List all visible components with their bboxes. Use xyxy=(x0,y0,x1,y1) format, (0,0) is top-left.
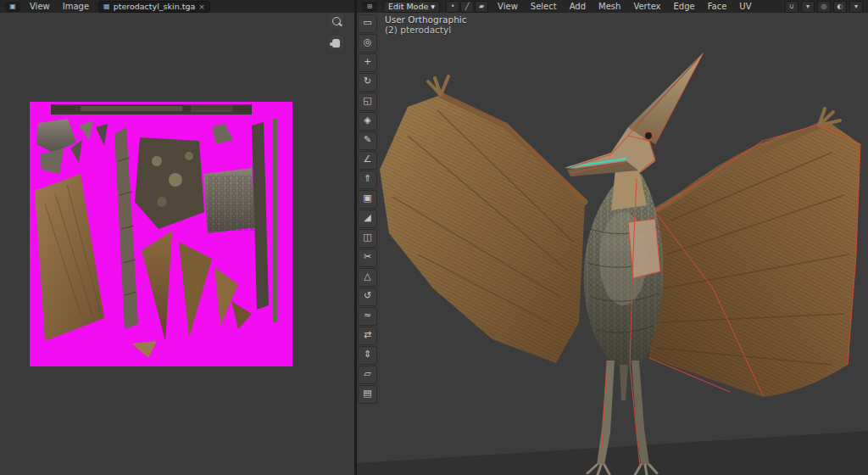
image-name: pterodactyl_skin.tga xyxy=(114,2,196,11)
menu-select[interactable]: Select xyxy=(527,1,560,12)
unlink-image-icon[interactable]: × xyxy=(198,3,205,11)
right-wing-claw xyxy=(819,109,840,126)
view-orientation-label: User Orthographic xyxy=(385,14,466,25)
tool-shear-button[interactable]: ▱ xyxy=(358,366,377,384)
menu-face[interactable]: Face xyxy=(704,1,731,12)
left-wing-claw xyxy=(428,76,448,95)
viewport-toolbar: ▭ ◎ + ↻ ◱ ◈ ✎ ∠ ⇑ ▣ ◢ ◫ ✂ △ ↺ ≈ ⇄ ⇕ ▱ ▤ xyxy=(358,14,378,404)
left-wing xyxy=(380,76,585,363)
tool-knife-button[interactable]: ✂ xyxy=(358,249,377,267)
active-object-label: (2) pterodactyl xyxy=(385,25,466,35)
eye xyxy=(645,132,652,139)
tool-smooth-button[interactable]: ≈ xyxy=(358,307,377,326)
tool-extrude-button[interactable]: ⇑ xyxy=(358,170,377,189)
neck xyxy=(611,166,647,210)
menu-vertex[interactable]: Vertex xyxy=(630,1,664,12)
tail xyxy=(620,365,628,400)
uv-image-editor[interactable]: ▣ View Image ▦ pterodactyl_skin.tga × xyxy=(0,0,354,475)
pan-hand-icon[interactable] xyxy=(329,36,343,50)
image-editor-icon[interactable]: ▣ xyxy=(5,2,20,12)
head-crest xyxy=(628,53,704,144)
tool-move-button[interactable]: + xyxy=(358,53,377,72)
mode-caret-icon: ▾ xyxy=(431,2,435,11)
uv-image-menu[interactable]: Image xyxy=(59,1,92,12)
viewport-editor-icon[interactable]: ⊞ xyxy=(362,2,377,12)
snap-magnet-icon[interactable]: ∪ xyxy=(785,1,798,13)
tool-cursor-button[interactable]: ◎ xyxy=(358,34,377,53)
tool-inset-faces-button[interactable]: ▣ xyxy=(358,190,377,209)
tool-rip-region-button[interactable]: ▤ xyxy=(358,385,377,404)
tool-scale-button[interactable]: ◱ xyxy=(358,92,377,111)
atlas-top-strip xyxy=(51,104,252,115)
viewport-3d[interactable]: ⊞ Edit Mode ▾ • ╱ ▰ View Select Add Mesh… xyxy=(357,0,868,475)
overlays-icon[interactable]: ◐ xyxy=(833,1,847,13)
tool-transform-button[interactable]: ◈ xyxy=(358,112,377,131)
tool-loop-cut-button[interactable]: ◫ xyxy=(358,229,377,248)
tool-poly-build-button[interactable]: △ xyxy=(358,268,377,287)
uv-nav-gizmos xyxy=(329,14,346,50)
tool-edge-slide-button[interactable]: ⇄ xyxy=(358,327,377,345)
right-wing xyxy=(649,109,860,397)
texture-atlas-svg xyxy=(30,102,292,366)
image-datablock-icon: ▦ xyxy=(103,3,110,10)
tool-measure-button[interactable]: ∠ xyxy=(358,151,377,170)
tool-select-box-button[interactable]: ▭ xyxy=(358,14,377,33)
zoom-icon[interactable] xyxy=(329,14,343,28)
mode-label: Edit Mode xyxy=(388,2,428,11)
tool-annotate-button[interactable]: ✎ xyxy=(358,131,377,150)
shading-dropdown-icon[interactable]: ▾ xyxy=(849,1,863,13)
texture-atlas-image[interactable] xyxy=(30,102,292,366)
viewport-floor xyxy=(357,431,868,475)
face-select-button[interactable]: ▰ xyxy=(475,1,488,13)
snap-dropdown-icon[interactable]: ▾ xyxy=(801,1,815,13)
viewport-overlay-text: User Orthographic (2) pterodactyl xyxy=(385,14,466,35)
menu-mesh[interactable]: Mesh xyxy=(595,1,624,12)
menu-view[interactable]: View xyxy=(494,1,521,12)
menu-edge[interactable]: Edge xyxy=(670,1,698,12)
uv-view-menu[interactable]: View xyxy=(26,1,53,12)
vertex-select-button[interactable]: • xyxy=(446,1,459,13)
menu-add[interactable]: Add xyxy=(566,1,589,12)
tool-rotate-button[interactable]: ↻ xyxy=(358,73,377,92)
tool-spin-button[interactable]: ↺ xyxy=(358,288,377,306)
tool-shrink-fatten-button[interactable]: ⇕ xyxy=(358,346,377,365)
viewport-header: ⊞ Edit Mode ▾ • ╱ ▰ View Select Add Mesh… xyxy=(357,0,868,13)
menu-uv[interactable]: UV xyxy=(736,1,754,12)
viewport-canvas[interactable] xyxy=(357,0,868,475)
tool-bevel-button[interactable]: ◢ xyxy=(358,210,377,228)
image-datablock-field[interactable]: ▦ pterodactyl_skin.tga × xyxy=(98,1,210,13)
head xyxy=(565,53,704,210)
uv-editor-header: ▣ View Image ▦ pterodactyl_skin.tga × xyxy=(0,0,354,13)
mode-dropdown[interactable]: Edit Mode ▾ xyxy=(383,1,440,13)
proportional-editing-icon[interactable]: ◎ xyxy=(817,1,831,13)
edge-select-button[interactable]: ╱ xyxy=(460,1,474,13)
atlas-croc-piece xyxy=(203,168,257,233)
